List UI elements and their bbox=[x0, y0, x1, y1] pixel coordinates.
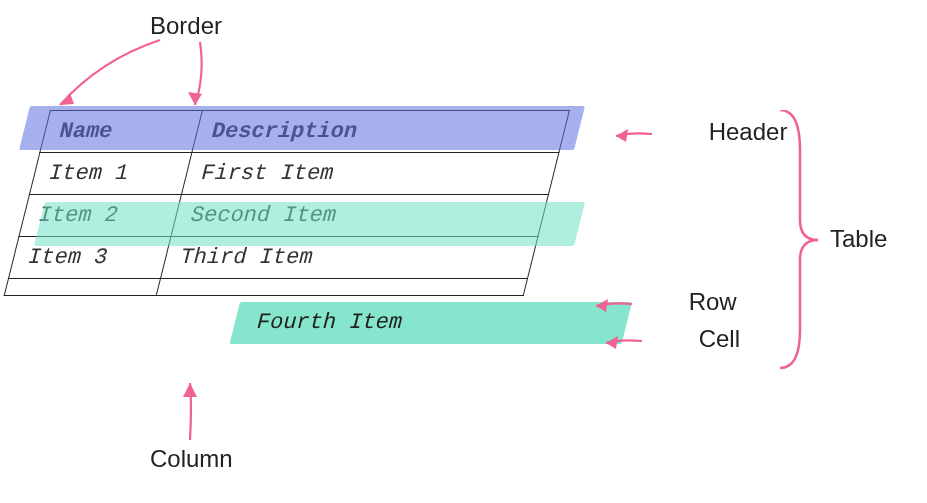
label-cell-text: Cell bbox=[699, 325, 740, 352]
arrow-header bbox=[610, 124, 652, 146]
table-row bbox=[4, 279, 527, 296]
brace-table bbox=[770, 110, 820, 370]
svg-marker-4 bbox=[606, 336, 618, 349]
cell-name: Item 2 bbox=[19, 195, 182, 237]
svg-marker-1 bbox=[188, 92, 202, 105]
arrow-cell bbox=[600, 331, 642, 353]
svg-marker-5 bbox=[183, 383, 197, 397]
svg-marker-3 bbox=[596, 299, 608, 312]
arrow-column bbox=[150, 375, 230, 445]
table-anatomy: Name Description Item 1 First Item Item … bbox=[4, 110, 570, 296]
label-column: Column bbox=[150, 445, 233, 473]
label-cell: Cell bbox=[650, 325, 740, 353]
table-row: Item 3 Third Item bbox=[8, 237, 537, 279]
cell-description: First Item bbox=[182, 153, 559, 195]
label-table: Table bbox=[830, 225, 887, 253]
cell-name bbox=[4, 279, 160, 296]
label-row: Row bbox=[640, 288, 737, 316]
cell-name: Item 3 bbox=[8, 237, 171, 279]
table-row: Item 2 Second Item bbox=[19, 195, 548, 237]
example-table: Name Description Item 1 First Item Item … bbox=[4, 110, 570, 296]
svg-marker-0 bbox=[60, 93, 74, 105]
label-header: Header bbox=[660, 118, 787, 146]
arrow-border-right bbox=[150, 20, 270, 120]
lifted-cell: Fourth Item bbox=[230, 302, 632, 344]
cell-description: Third Item bbox=[161, 237, 538, 279]
cell-description bbox=[156, 279, 527, 296]
header-description: Description bbox=[192, 111, 569, 153]
label-row-text: Row bbox=[689, 288, 737, 315]
header-name: Name bbox=[40, 111, 203, 153]
svg-marker-2 bbox=[616, 129, 628, 142]
arrow-row bbox=[590, 294, 632, 316]
header-row: Name Description bbox=[40, 111, 569, 153]
diagram-stage: Border Name Description Item 1 First Ite… bbox=[0, 0, 927, 503]
cell-name: Item 1 bbox=[29, 153, 192, 195]
cell-description: Second Item bbox=[171, 195, 548, 237]
table-row: Item 1 First Item bbox=[29, 153, 558, 195]
